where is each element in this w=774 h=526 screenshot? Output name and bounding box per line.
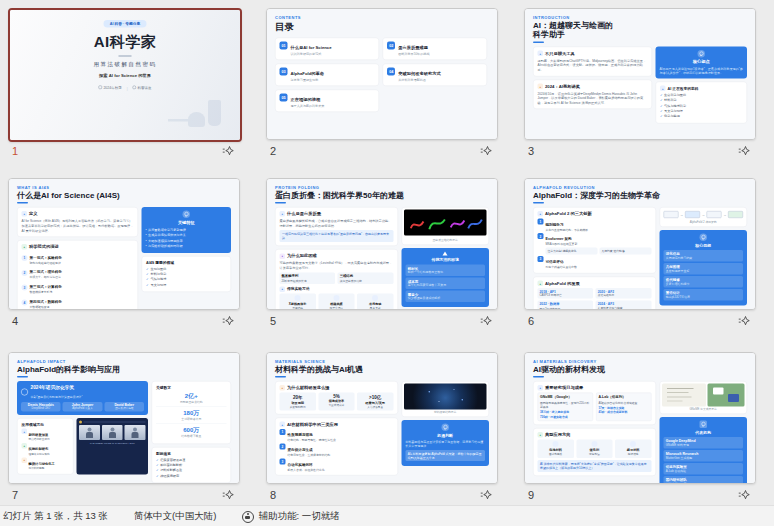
slide-thumbnail-9[interactable]: AI MATERIALS DISCOVERY AI驱动的新材料发现 重要研究项目… xyxy=(524,352,756,484)
toc-number-badge: 05 xyxy=(280,94,288,102)
pencil-icon xyxy=(699,233,707,241)
stat-value: 600万 xyxy=(156,425,226,434)
slide-title: 什么是AI for Science (AI4S) xyxy=(17,191,231,200)
direction-note: AI 并非取代材料学家，而是把“大海捞针”变成“按图索骥”，让实验资源集中在最有… xyxy=(538,460,652,472)
magnet-icon xyxy=(333,295,339,301)
pain-cell: 20年研发周期从发现到商用 xyxy=(280,392,316,410)
title-underline xyxy=(533,202,544,204)
slide-thumbnail-5[interactable]: PROTEIN FOLDING 蛋白质折叠：困扰科学界50年的难题 什么是蛋白质… xyxy=(266,178,498,310)
slide-thumbnail-3[interactable]: INTRODUCTION AI：超越聊天与绘画的科学助手 不只是聊天工具 提到A… xyxy=(524,8,756,140)
accessibility-icon xyxy=(242,511,254,523)
status-accessibility[interactable]: 辅助功能: 一切就绪 xyxy=(242,510,339,523)
slide-7-impact: ALPHAFOLD IMPACT AlphaFold的科学影响与应用 2024年… xyxy=(9,353,239,483)
toc-item: 03AlphaFold的革命深度学习重塑生物学 xyxy=(275,64,379,87)
dna-icon xyxy=(280,211,286,217)
toc-number-badge: 04 xyxy=(387,68,395,76)
divider xyxy=(119,56,132,57)
limit-item: 耗时长解析一个结构需数月至数年 xyxy=(405,264,485,276)
evoformer-detail: 几何约束·迭代精修 xyxy=(599,247,651,254)
timeline-cell: 2018 · AF1CASP13 初露锋芒 xyxy=(538,288,594,299)
paper-plane-icon xyxy=(182,210,190,218)
slide-number: 5 xyxy=(270,315,276,327)
section-label: ALPHAFOLD REVOLUTION xyxy=(533,185,747,190)
feature-item: 生成并筛选候选假设与方案 xyxy=(145,233,227,237)
slide-number: 1 xyxy=(12,145,18,157)
meta-divider: | xyxy=(127,86,128,90)
flask-icon xyxy=(22,457,28,463)
photo-caption: THE NOBEL PRIZE IN CHEMISTRY 2024 xyxy=(79,442,146,445)
pill-icon xyxy=(22,429,28,435)
status-slide-info[interactable]: 幻灯片 第 1 张，共 13 张 xyxy=(3,510,108,523)
slide-2-toc: CONTENTS 目录 01什么是AI for Science认识科学研究的新范… xyxy=(267,9,497,139)
lightbulb-icon xyxy=(697,50,705,58)
slide-number: 7 xyxy=(12,489,18,501)
cover-meta-date: 2024年秋季 xyxy=(98,86,121,91)
transition-star-icon[interactable] xyxy=(738,315,750,327)
warning-icon xyxy=(443,251,448,255)
directions-card: 典型应用方向 电池材料固态电解质 催化剂绿色制氢 超导材料能源传输 AI 并非取… xyxy=(533,428,656,476)
toc-item: 04突破如何改变研究方式从材料科学看AI机遇 xyxy=(383,64,487,87)
pain-points-card: 为什么材料研发这么慢 20年研发周期从发现到商用 5%筛选成功率大量试错成本 >… xyxy=(275,381,398,414)
slide-4-ai4s: WHAT IS AI4S 什么是AI for Science (AI4S) 定义… xyxy=(9,179,239,309)
sparkle-icon xyxy=(538,211,544,217)
limitations-box: 传统方法的困境 耗时长解析一个结构需数月至数年 成本高单个结构花费可达数十万美元… xyxy=(401,248,489,307)
domain-item: 天文与物理 xyxy=(146,282,227,286)
transition-star-icon[interactable] xyxy=(222,489,234,501)
project-alab: A-Lab（伯克利） AI驱动的自动化材料合成实验室 17天 · 连续自主实验 … xyxy=(596,392,651,420)
transition-star-icon[interactable] xyxy=(222,315,234,327)
slide-thumbnail-7[interactable]: ALPHAFOLD IMPACT AlphaFold的科学影响与应用 2024年… xyxy=(8,352,240,484)
slide-title: 蛋白质折叠：困扰科学界50年的难题 xyxy=(275,191,489,200)
slide-thumbnail-1[interactable]: AI 科普 · 专题分享 AI科学家 用算法破解自然密码 探索 AI for S… xyxy=(8,8,242,142)
slide-thumbnail-6[interactable]: ALPHAFOLD REVOLUTION AlphaFold：深度学习的生物学革… xyxy=(524,178,756,310)
domain-item: 材料与化学 xyxy=(146,272,227,276)
materials-sphere-image xyxy=(404,383,487,409)
evoformer-detail: 注意力机制·捕捉共进化 xyxy=(546,247,598,254)
key-features-box: 关键特征 从海量数据中学习复杂规律 生成并筛选候选假设与方案 大幅加速模拟与预测… xyxy=(141,207,231,253)
slide-thumbnail-8[interactable]: MATERIALS SCIENCE 材料科学的挑战与AI机遇 为什么材料研发这么… xyxy=(266,352,498,484)
paradigm-card: 科学范式的演进 1第一范式：实验科学观察与实验总结经验规律 2第二范式：理论科学… xyxy=(17,240,138,309)
transition-star-icon[interactable] xyxy=(738,145,750,157)
slide-thumbnail-2[interactable]: CONTENTS 目录 01什么是AI for Science认识科学研究的新范… xyxy=(266,8,498,140)
transition-star-icon[interactable] xyxy=(480,315,492,327)
project-gnome: GNoME（Google） 图网络预测晶体稳定性，发现约220万种新晶体 38万… xyxy=(538,392,593,420)
direction-cell: 催化剂绿色制氢 xyxy=(576,439,612,457)
clock-icon xyxy=(280,385,286,391)
timeline-cell: 2024 · AF3扩展到复合物与核酸 xyxy=(596,300,652,309)
slide-title: AlphaFold：深度学习的生物学革命 xyxy=(533,191,747,200)
slide-thumbnail-4[interactable]: WHAT IS AI4S 什么是AI for Science (AI4S) 定义… xyxy=(8,178,240,310)
idea-item: 进化信息从同源序列学习约束 xyxy=(663,250,743,262)
fields-card: AI 正在改变的学科 生命科学与医药 材料科学 气候与地球科学 天文学与物理 化… xyxy=(655,82,747,124)
transition-star-icon[interactable] xyxy=(222,145,234,157)
puzzle-icon xyxy=(280,253,286,259)
idea-item: 几何推理直接预测原子坐标 xyxy=(663,263,743,275)
section-label: INTRODUCTION xyxy=(533,15,747,20)
person-icon xyxy=(133,86,137,90)
pin-icon xyxy=(22,211,28,217)
section-label: ALPHAFOLD IMPACT xyxy=(17,359,231,364)
slide-9-discovery: AI MATERIALS DISCOVERY AI驱动的新材料发现 重要研究项目… xyxy=(525,353,755,483)
field-item: 气候与地球科学 xyxy=(660,103,743,107)
status-language[interactable]: 简体中文(中国大陆) xyxy=(134,510,216,523)
transition-star-icon[interactable] xyxy=(480,145,492,157)
sequence-cell: 氨基酸序列20种字母组成的长链 xyxy=(280,272,336,284)
superconductor-icon xyxy=(630,441,636,447)
medal-icon xyxy=(21,389,28,396)
applications-card: 应用领域方向 新药研发加速靶点结构即查即用 疾病机制研究理解突变如何致病 酶设计… xyxy=(17,418,74,474)
check-item: 疟疾疫苗研发提速 xyxy=(156,457,226,461)
slide-number: 3 xyxy=(528,145,534,157)
nobel-photo-card: THE NOBEL PRIZE IN CHEMISTRY 2024 xyxy=(77,418,149,474)
transition-star-icon[interactable] xyxy=(480,489,492,501)
domain-item: 生物与医药 xyxy=(146,266,227,270)
gear-icon xyxy=(280,422,286,428)
chat-tool-card: 不只是聊天工具 提到AI，大家想到的是ChatGPT对话、Midjourney绘… xyxy=(533,46,652,76)
slide-number: 6 xyxy=(528,315,534,327)
method-xray: X射线晶体学需要结晶 xyxy=(280,293,316,309)
protein-structures-image xyxy=(404,209,487,235)
transition-star-icon[interactable] xyxy=(738,489,750,501)
domains-card: AI4S 覆盖的领域 生物与医药 材料与化学 气候与地球 天文与物理 xyxy=(141,256,231,292)
slide-3-introduction: INTRODUCTION AI：超越聊天与绘画的科学助手 不只是聊天工具 提到A… xyxy=(525,9,755,139)
slide-5-protein: PROTEIN FOLDING 蛋白质折叠：困扰科学界50年的难题 什么是蛋白质… xyxy=(267,179,497,309)
rocket-icon xyxy=(538,281,544,287)
opportunity-box: 机遇判断 材料基因组与高通量计算积累了海量数据，深度学习恰好擅长从中发现规律。 … xyxy=(401,420,489,466)
toc-number-badge: 01 xyxy=(280,42,288,50)
